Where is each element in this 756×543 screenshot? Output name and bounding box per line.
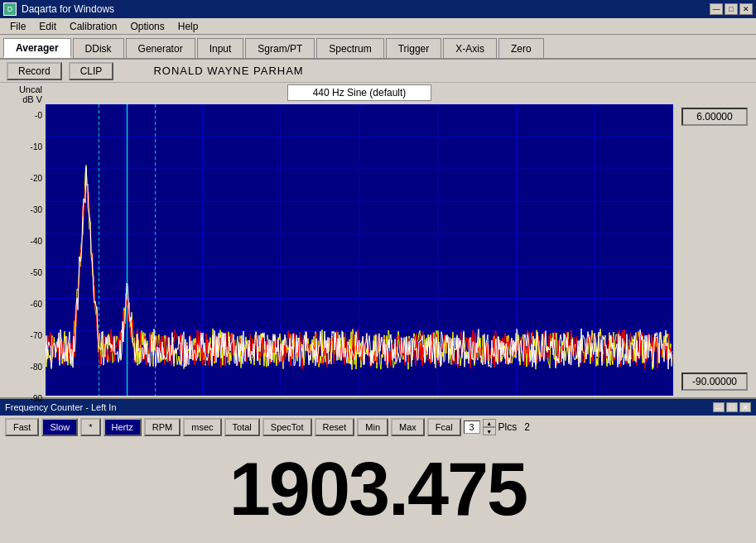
minimize-button[interactable]: —	[710, 3, 723, 15]
plcs-spinner[interactable]: ▲ ▼	[483, 419, 496, 435]
bottom-value-box[interactable]: -90.00000	[681, 372, 748, 391]
y-axis-label2: dB V	[22, 94, 42, 104]
tab-trigger[interactable]: Trigger	[386, 38, 442, 58]
chart-title: 440 Hz Sine (default)	[287, 84, 432, 101]
tab-generator[interactable]: Generator	[126, 38, 195, 58]
tab-bar: Averager DDisk Generator Input Sgram/PT …	[0, 35, 756, 60]
tab-zero[interactable]: Zero	[498, 38, 544, 58]
max-button[interactable]: Max	[391, 418, 425, 436]
plcs-label: Plcs	[498, 421, 518, 433]
min-button[interactable]: Min	[357, 418, 388, 436]
y-tick-1: -10	[31, 142, 42, 174]
clip-button[interactable]: CLIP	[69, 62, 114, 80]
menu-edit[interactable]: Edit	[32, 19, 63, 34]
menu-file[interactable]: File	[3, 19, 32, 34]
menu-options[interactable]: Options	[123, 19, 171, 34]
freq-maximize-button[interactable]: □	[726, 402, 738, 412]
reset-button[interactable]: Reset	[315, 418, 355, 436]
y-tick-8: -80	[31, 363, 42, 394]
y-tick-4: -40	[31, 237, 42, 268]
asterisk-button[interactable]: *	[80, 418, 100, 436]
tab-input[interactable]: Input	[197, 38, 244, 58]
y-tick-0: -0	[35, 111, 42, 142]
toolbar: Record CLIP RONALD WAYNE PARHAM	[0, 60, 756, 83]
tab-averager[interactable]: Averager	[3, 38, 71, 58]
freq-counter-title-text: Frequency Counter - Left In	[5, 402, 117, 412]
fcal-button[interactable]: Fcal	[427, 418, 461, 436]
spectot-button[interactable]: SpecTot	[262, 418, 312, 436]
right-panel: 6.00000 -90.00000	[673, 83, 756, 397]
menu-help[interactable]: Help	[171, 19, 205, 34]
plcs-value[interactable]: 3	[464, 420, 480, 434]
menu-calibration[interactable]: Calibration	[63, 19, 123, 34]
tab-sgram[interactable]: Sgram/PT	[245, 38, 315, 58]
freq-counter: Frequency Counter - Left In — □ ✕ Fast S…	[0, 397, 756, 543]
chart-container: 440 Hz Sine (default)	[46, 83, 673, 397]
maximize-button[interactable]: □	[725, 3, 738, 15]
slow-button[interactable]: Slow	[41, 418, 78, 436]
y-tick-7: -70	[31, 331, 42, 363]
hertz-button[interactable]: Hertz	[104, 418, 142, 436]
tab-spectrum[interactable]: Spectrum	[316, 38, 383, 58]
y-tick-2: -20	[31, 174, 42, 205]
y-axis: Uncal dB V -0 -10 -20 -30 -40 -50 -60 -7…	[0, 83, 46, 397]
y-tick-3: -30	[31, 205, 42, 237]
freq-minimize-button[interactable]: —	[713, 402, 725, 412]
user-name: RONALD WAYNE PARHAM	[153, 65, 303, 77]
freq-display: 1903.475	[0, 439, 756, 543]
record-button[interactable]: Record	[7, 62, 62, 80]
freq-value: 1903.475	[229, 447, 527, 532]
app-icon: D	[3, 2, 17, 16]
freq-counter-title-bar: Frequency Counter - Left In — □ ✕	[0, 399, 756, 416]
menu-bar: File Edit Calibration Options Help	[0, 18, 756, 35]
chart-area[interactable]	[46, 104, 673, 396]
close-button[interactable]: ✕	[739, 3, 753, 15]
y-tick-5: -50	[31, 268, 42, 300]
plcs-down-button[interactable]: ▼	[483, 427, 496, 435]
freq-close-button[interactable]: ✕	[739, 402, 751, 412]
fast-button[interactable]: Fast	[5, 418, 39, 436]
main-content: Uncal dB V -0 -10 -20 -30 -40 -50 -60 -7…	[0, 83, 756, 397]
freq-buttons-row: Fast Slow * Hertz RPM msec Total SpecTot…	[0, 416, 756, 439]
msec-button[interactable]: msec	[183, 418, 221, 436]
tab-xaxis[interactable]: X-Axis	[443, 38, 497, 58]
right-value: 2	[524, 421, 530, 433]
plcs-up-button[interactable]: ▲	[483, 419, 496, 427]
chart-title-bar: 440 Hz Sine (default)	[46, 83, 673, 103]
title-bar: D Daqarta for Windows — □ ✕	[0, 0, 756, 18]
y-tick-6: -60	[31, 300, 42, 331]
top-value-box[interactable]: 6.00000	[681, 108, 748, 126]
y-axis-label1: Uncal	[19, 84, 42, 94]
app-title: Daqarta for Windows	[22, 3, 114, 15]
total-button[interactable]: Total	[224, 418, 260, 436]
rpm-button[interactable]: RPM	[144, 418, 181, 436]
tab-ddisk[interactable]: DDisk	[73, 38, 124, 58]
spectrum-canvas	[46, 104, 673, 396]
